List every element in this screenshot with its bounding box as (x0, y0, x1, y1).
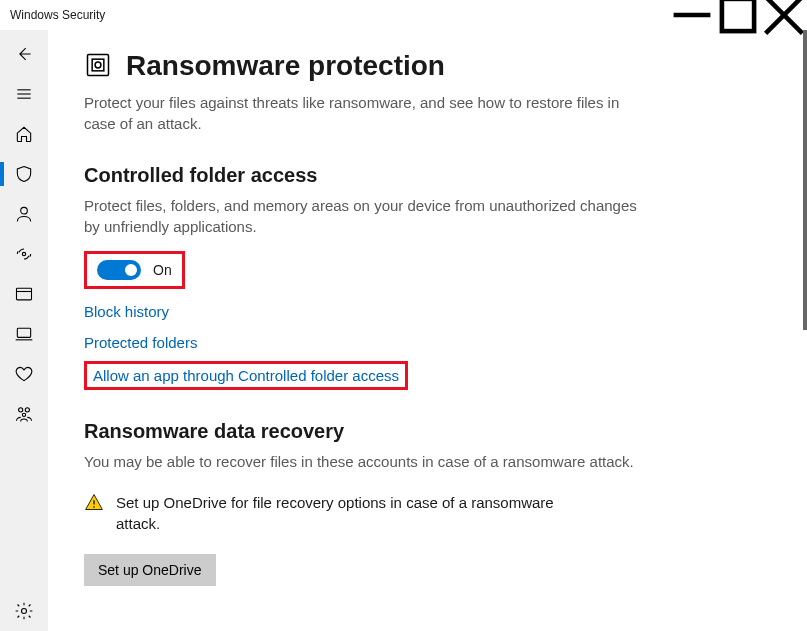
cfa-toggle[interactable] (97, 260, 141, 280)
svg-point-21 (93, 506, 95, 508)
page-title: Ransomware protection (126, 50, 445, 82)
cfa-heading: Controlled folder access (84, 164, 767, 187)
page-intro: Protect your files against threats like … (84, 92, 644, 134)
nav-device-health[interactable] (0, 354, 48, 394)
nav-firewall[interactable] (0, 234, 48, 274)
warning-icon (84, 492, 104, 515)
maximize-button[interactable] (715, 0, 761, 30)
nav-virus-protection[interactable] (0, 154, 48, 194)
back-button[interactable] (0, 34, 48, 74)
onedrive-warning-text: Set up OneDrive for file recovery option… (116, 492, 596, 534)
nav-family[interactable] (0, 394, 48, 434)
recovery-heading: Ransomware data recovery (84, 420, 767, 443)
ransomware-icon (84, 51, 112, 82)
window-controls (669, 0, 807, 30)
link-block-history[interactable]: Block history (84, 303, 169, 320)
svg-rect-18 (92, 59, 104, 71)
nav-account[interactable] (0, 194, 48, 234)
recovery-desc: You may be able to recover files in thes… (84, 451, 644, 472)
highlight-allow-app: Allow an app through Controlled folder a… (84, 361, 408, 390)
link-allow-app[interactable]: Allow an app through Controlled folder a… (93, 367, 399, 384)
onedrive-warning: Set up OneDrive for file recovery option… (84, 492, 767, 534)
svg-point-19 (95, 62, 101, 68)
svg-point-15 (22, 413, 25, 416)
cfa-desc: Protect files, folders, and memory areas… (84, 195, 644, 237)
svg-rect-17 (88, 54, 109, 75)
highlight-toggle: On (84, 251, 185, 289)
nav-home[interactable] (0, 114, 48, 154)
app-title: Windows Security (10, 8, 105, 22)
page-header: Ransomware protection (84, 50, 767, 82)
link-protected-folders[interactable]: Protected folders (84, 334, 197, 351)
menu-button[interactable] (0, 74, 48, 114)
nav-settings[interactable] (0, 591, 48, 631)
svg-point-7 (21, 207, 28, 214)
minimize-button[interactable] (669, 0, 715, 30)
sidebar (0, 30, 48, 631)
nav-app-browser[interactable] (0, 274, 48, 314)
titlebar: Windows Security (0, 0, 807, 30)
svg-point-8 (22, 252, 25, 255)
scrollbar[interactable] (803, 30, 807, 330)
svg-point-16 (22, 609, 27, 614)
setup-onedrive-button[interactable]: Set up OneDrive (84, 554, 216, 586)
content-area: Ransomware protection Protect your files… (48, 30, 807, 631)
svg-rect-1 (722, 0, 754, 31)
svg-point-14 (25, 408, 29, 412)
nav-device-security[interactable] (0, 314, 48, 354)
svg-point-13 (19, 408, 23, 412)
svg-rect-11 (17, 328, 30, 337)
close-button[interactable] (761, 0, 807, 30)
svg-rect-9 (17, 288, 32, 300)
cfa-toggle-label: On (153, 262, 172, 278)
